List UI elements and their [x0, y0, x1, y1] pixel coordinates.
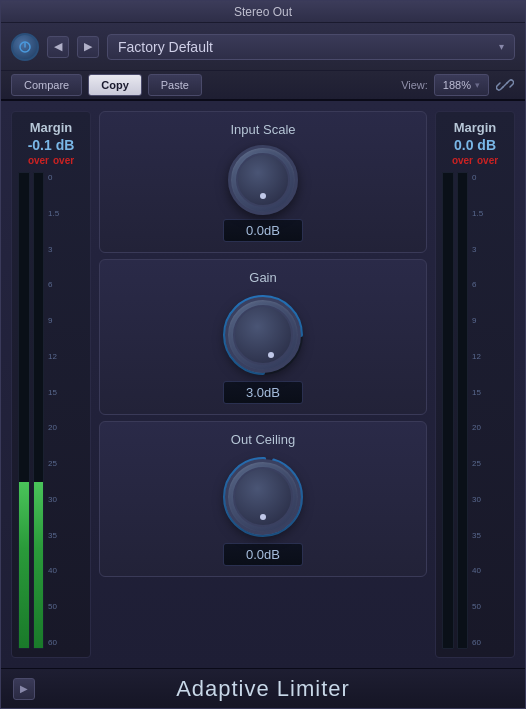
left-meter-bars [18, 172, 44, 649]
left-bar-1 [18, 172, 30, 649]
tick-25: 25 [48, 460, 59, 468]
plugin-title: Adaptive Limiter [176, 676, 350, 702]
power-button[interactable] [11, 33, 39, 61]
tick-9: 9 [48, 317, 59, 325]
out-ceiling-value[interactable]: 0.0dB [223, 543, 303, 566]
tick-35: 35 [48, 532, 59, 540]
bottom-bar: ▶ Adaptive Limiter [1, 668, 525, 708]
tick-40: 40 [48, 567, 59, 575]
left-meter-value: -0.1 dB [28, 137, 75, 153]
tick-12: 12 [48, 353, 59, 361]
input-scale-value[interactable]: 0.0dB [223, 219, 303, 242]
play-button[interactable]: ▶ [13, 678, 35, 700]
view-value-selector[interactable]: 188% ▾ [434, 74, 489, 96]
input-scale-section: Input Scale 0.0dB [99, 111, 427, 253]
svg-line-2 [503, 83, 508, 88]
left-vu-meter: Margin -0.1 dB over over 0 1.5 [11, 111, 91, 658]
title-bar: Stereo Out [1, 1, 525, 23]
out-ceiling-knob-wrapper[interactable] [221, 455, 305, 539]
right-over-indicators: over over [452, 155, 498, 166]
input-scale-knob-dot [260, 193, 266, 199]
right-meter-bars [442, 172, 468, 649]
right-vu-meter: Margin 0.0 dB over over 0 1.5 [435, 111, 515, 658]
gain-knob-dot [268, 352, 274, 358]
main-content: Margin -0.1 dB over over 0 1.5 [1, 101, 525, 668]
gain-knob-wrapper[interactable] [221, 293, 305, 377]
plugin-window: Stereo Out ◀ ▶ Factory Default ▾ Compare… [0, 0, 526, 709]
gain-section: Gain 3.0dB [99, 259, 427, 415]
link-icon[interactable] [495, 75, 515, 95]
tick-60: 60 [48, 639, 59, 647]
nav-next-button[interactable]: ▶ [77, 36, 99, 58]
right-over-1: over [452, 155, 473, 166]
out-ceiling-knob-inner [233, 467, 293, 527]
paste-button[interactable]: Paste [148, 74, 202, 96]
gain-knob[interactable] [225, 297, 301, 373]
left-over-1: over [28, 155, 49, 166]
preset-selector[interactable]: Factory Default ▾ [107, 34, 515, 60]
tick-1-5: 1.5 [48, 210, 59, 218]
input-scale-knob-inner [236, 153, 290, 207]
left-bar-fill-2 [34, 482, 44, 648]
toolbar-2: Compare Copy Paste View: 188% ▾ [1, 71, 525, 101]
left-over-2: over [53, 155, 74, 166]
right-bar-2 [457, 172, 469, 649]
compare-button[interactable]: Compare [11, 74, 82, 96]
right-meter-value: 0.0 dB [454, 137, 496, 153]
controls-bar: ◀ ▶ Factory Default ▾ [1, 23, 525, 71]
tick-50: 50 [48, 603, 59, 611]
tick-6: 6 [48, 281, 59, 289]
left-meter-display: 0 1.5 3 6 9 12 15 20 25 30 35 40 50 60 [18, 172, 84, 649]
input-scale-label: Input Scale [230, 122, 295, 137]
out-ceiling-knob-dot [260, 514, 266, 520]
nav-prev-button[interactable]: ◀ [47, 36, 69, 58]
view-label: View: [401, 79, 428, 91]
gain-label: Gain [249, 270, 276, 285]
preset-dropdown-arrow: ▾ [499, 41, 504, 52]
left-bar-2 [33, 172, 45, 649]
tick-20: 20 [48, 424, 59, 432]
left-bar-fill-1 [19, 482, 29, 648]
gain-value[interactable]: 3.0dB [223, 381, 303, 404]
title-bar-text: Stereo Out [234, 5, 292, 19]
right-over-2: over [477, 155, 498, 166]
left-meter-label: Margin [30, 120, 73, 135]
tick-30: 30 [48, 496, 59, 504]
right-bar-1 [442, 172, 454, 649]
left-tick-numbers: 0 1.5 3 6 9 12 15 20 25 30 35 40 50 60 [48, 172, 59, 649]
out-ceiling-label: Out Ceiling [231, 432, 295, 447]
right-tick-numbers: 0 1.5 3 6 9 12 15 20 25 30 35 40 50 60 [472, 172, 483, 649]
gain-knob-inner [233, 305, 293, 365]
input-scale-knob[interactable] [228, 145, 298, 215]
out-ceiling-knob[interactable] [225, 459, 301, 535]
right-meter-label: Margin [454, 120, 497, 135]
right-meter-display: 0 1.5 3 6 9 12 15 20 25 30 35 40 50 60 [442, 172, 508, 649]
out-ceiling-section: Out Ceiling 0.0dB [99, 421, 427, 577]
left-over-indicators: over over [28, 155, 74, 166]
tick-0: 0 [48, 174, 59, 182]
copy-button[interactable]: Copy [88, 74, 142, 96]
tick-15: 15 [48, 389, 59, 397]
center-panel: Input Scale 0.0dB Gain [99, 111, 427, 658]
tick-3: 3 [48, 246, 59, 254]
